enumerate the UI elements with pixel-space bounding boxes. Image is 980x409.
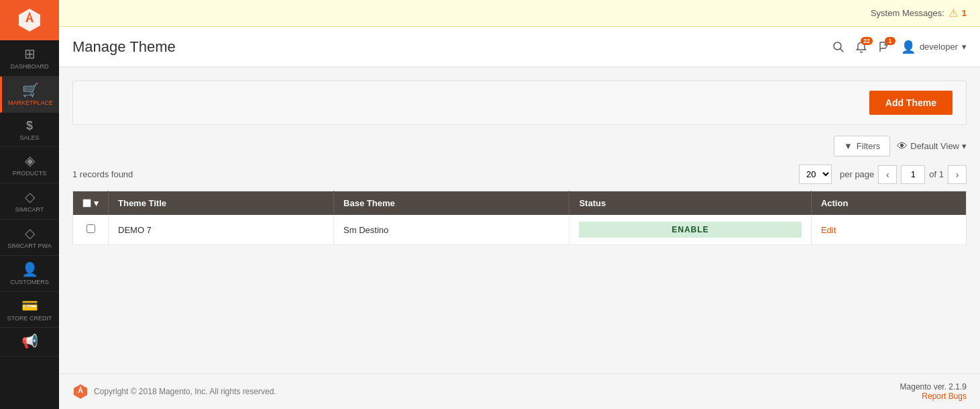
page-number-input[interactable] (901, 165, 925, 184)
filters-button[interactable]: ▼ Filters (834, 136, 890, 156)
system-messages-bar: System Messages: ⚠ 1 (59, 0, 980, 27)
sidebar-logo (0, 0, 59, 40)
page-title: Manage Theme (72, 38, 176, 56)
store-credit-icon: 💳 (21, 299, 38, 312)
chevron-down-icon: ▾ (962, 141, 967, 151)
col-header-checkbox: ▾ (73, 191, 109, 216)
of-label: of 1 (929, 169, 944, 179)
system-messages-count: 1 (962, 8, 967, 18)
user-avatar-icon: 👤 (901, 40, 916, 54)
header-actions: 22 1 👤 developer ▾ (832, 40, 967, 54)
pagination-row: 1 records found 20 30 50 per page ‹ of 1… (72, 165, 967, 184)
customers-icon: 👤 (21, 263, 38, 276)
col-header-action: Action (811, 191, 966, 216)
system-messages-text: System Messages: ⚠ 1 (871, 7, 967, 19)
col-header-base-theme: Base Theme (334, 191, 569, 216)
chevron-down-icon[interactable]: ▾ (94, 198, 99, 208)
eye-icon: 👁 (897, 140, 908, 152)
footer-copyright: Copyright © 2018 Magento, Inc. All right… (94, 387, 276, 396)
sidebar-item-label: MARKETPLACE (8, 99, 53, 107)
prev-page-button[interactable]: ‹ (878, 165, 897, 184)
sidebar-item-label: CUSTOMERS (10, 279, 48, 286)
row-checkbox[interactable] (87, 224, 95, 233)
sidebar: ⊞ DASHBOARD 🛒 MARKETPLACE $ SALES ◈ PROD… (0, 0, 59, 409)
next-page-button[interactable]: › (948, 165, 967, 184)
sidebar-item-products[interactable]: ◈ PRODUCTS (0, 147, 59, 183)
select-all-checkbox[interactable] (83, 199, 91, 208)
default-view-button[interactable]: 👁 Default View ▾ (897, 140, 967, 152)
col-header-status: Status (569, 191, 811, 216)
row-action: Edit (811, 215, 966, 245)
sidebar-item-label: DASHBOARD (10, 63, 48, 71)
notifications-badge: 22 (861, 37, 873, 45)
sidebar-item-marketplace[interactable]: 🛒 MARKETPLACE (0, 77, 59, 113)
simicart-pwa-icon: ◇ (25, 226, 35, 240)
notifications-button[interactable]: 22 (855, 41, 867, 53)
marketing-icon: 📢 (21, 334, 38, 348)
main-content: System Messages: ⚠ 1 Manage Theme 22 (59, 0, 980, 409)
report-bugs-link[interactable]: Report Bugs (922, 392, 967, 401)
sidebar-item-dashboard[interactable]: ⊞ DASHBOARD (0, 40, 59, 77)
pagination-controls: 20 30 50 per page ‹ of 1 › (799, 165, 967, 184)
per-page-dropdown[interactable]: 20 30 50 (799, 165, 832, 184)
magento-version: Magento ver. 2.1.9 (900, 382, 967, 392)
user-menu[interactable]: 👤 developer ▾ (901, 40, 967, 54)
footer-logo: Copyright © 2018 Magento, Inc. All right… (72, 383, 276, 400)
content-area: Add Theme ▼ Filters 👁 Default View ▾ 1 r… (59, 67, 980, 373)
row-theme-title: DEMO 7 (109, 215, 334, 245)
themes-table: ▾ Theme Title Base Theme Status Action (72, 191, 967, 245)
default-view-label: Default View (910, 141, 959, 151)
flags-badge: 1 (885, 37, 895, 45)
filters-label: Filters (857, 141, 880, 151)
table-row: DEMO 7 Sm Destino ENABLE Edit (73, 215, 967, 245)
svg-line-1 (840, 48, 843, 52)
sidebar-item-label: SIMICART (15, 206, 44, 214)
status-badge: ENABLE (579, 222, 801, 238)
footer-right: Magento ver. 2.1.9 Report Bugs (900, 382, 967, 401)
user-label: developer (920, 42, 958, 52)
records-found: 1 records found (72, 169, 133, 179)
chevron-down-icon: ▾ (962, 42, 967, 52)
sidebar-item-store-credit[interactable]: 💳 STORE CREDIT (0, 292, 59, 328)
search-button[interactable] (832, 41, 845, 53)
row-status: ENABLE (569, 215, 811, 245)
sidebar-item-label: SALES (19, 134, 39, 142)
sidebar-item-label: PRODUCTS (13, 170, 47, 177)
sidebar-item-simicart-pwa[interactable]: ◇ SIMICART PWA (0, 220, 59, 256)
row-checkbox-cell (73, 215, 109, 245)
sidebar-item-marketing[interactable]: 📢 (0, 328, 59, 357)
toolbar-top: Add Theme (72, 81, 967, 125)
filter-icon: ▼ (844, 141, 853, 151)
footer: Copyright © 2018 Magento, Inc. All right… (59, 373, 980, 409)
col-header-theme-title: Theme Title (109, 191, 334, 216)
flags-button[interactable]: 1 (878, 41, 890, 53)
system-messages-label: System Messages: (871, 8, 944, 18)
warning-icon: ⚠ (948, 7, 958, 19)
per-page-label: per page (840, 169, 874, 179)
per-page-select[interactable]: 20 30 50 (799, 165, 832, 184)
sidebar-item-label: SIMICART PWA (7, 242, 51, 250)
page-header: Manage Theme 22 1 (59, 27, 980, 67)
products-icon: ◈ (25, 154, 35, 167)
sidebar-item-simicart[interactable]: ◇ SIMICART (0, 183, 59, 220)
sidebar-item-customers[interactable]: 👤 CUSTOMERS (0, 256, 59, 292)
row-base-theme: Sm Destino (334, 215, 569, 245)
filters-row: ▼ Filters 👁 Default View ▾ (72, 136, 967, 156)
marketplace-icon: 🛒 (22, 83, 39, 97)
sidebar-item-sales[interactable]: $ SALES (0, 113, 59, 148)
edit-link[interactable]: Edit (821, 225, 836, 235)
dashboard-icon: ⊞ (24, 47, 36, 60)
sidebar-item-label: STORE CREDIT (7, 315, 52, 322)
add-theme-button[interactable]: Add Theme (869, 91, 952, 115)
simicart-icon: ◇ (25, 190, 35, 203)
sales-icon: $ (26, 120, 33, 132)
